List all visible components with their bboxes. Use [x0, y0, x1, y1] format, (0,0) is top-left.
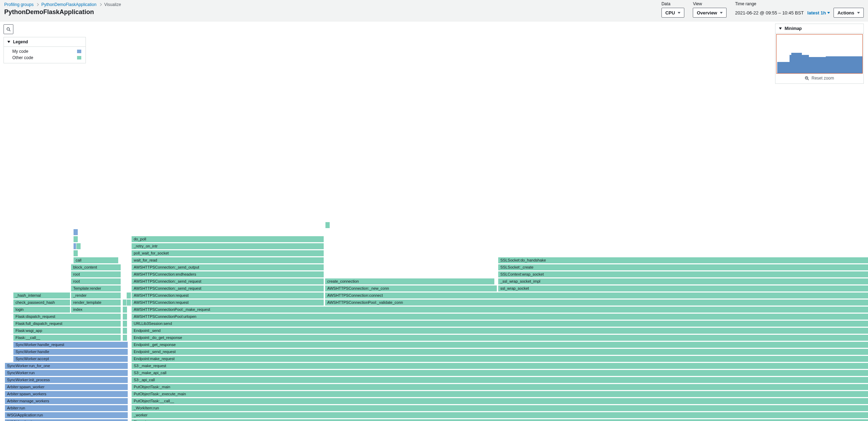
legend-toggle[interactable]: Legend [4, 37, 85, 47]
flame-frame[interactable]: AWSHTTPSConnectionPool:urlopen [131, 313, 868, 320]
flame-frame[interactable]: SSLContext:wrap_socket [498, 271, 868, 278]
flame-frame[interactable]: SyncWorker:handle_request [13, 341, 128, 348]
flame-frame[interactable]: Endpoint:_send [131, 327, 868, 334]
caret-down-icon [857, 12, 860, 14]
flame-frame[interactable]: _hash_internal [13, 292, 70, 299]
flame-frame[interactable]: URLLib3Session:send [131, 320, 868, 327]
flame-frame[interactable]: _render [71, 292, 121, 299]
flame-frame[interactable]: PutObjectTask:__call__ [131, 398, 868, 404]
flame-frame[interactable]: do_poll [131, 236, 324, 243]
actions-button[interactable]: Actions [834, 8, 864, 18]
flame-frame[interactable]: WSGIApplication:run [5, 412, 128, 419]
flame-frame[interactable]: poll_wait_for_socket [131, 250, 324, 257]
flame-frame[interactable]: Endpoint:_send_request [131, 348, 868, 355]
flame-frame[interactable]: S3:_make_request [131, 363, 868, 369]
flame-frame[interactable]: AWSHTTPSConnection:_new_conn [325, 285, 497, 292]
flame-frame[interactable]: AWSHTTPSConnection:endheaders [131, 271, 324, 278]
time-range-row: 2021-06-22 @ 09:55 – 10:45 BST latest 1h… [735, 8, 864, 18]
flame-frame[interactable]: SyncWorker:handle [13, 348, 128, 355]
flame-frame[interactable]: SyncWorker:run [5, 370, 128, 376]
flame-frame[interactable]: WSGIApplication:run [5, 419, 128, 421]
flame-frame[interactable]: Arbiter:spawn_workers [5, 391, 128, 397]
flame-frame[interactable]: login [13, 306, 70, 313]
flame-graph[interactable]: ALL<module>Thread:_bootstraprunThread:_b… [4, 220, 864, 421]
view-dropdown[interactable]: Overview [693, 8, 727, 18]
flame-frame[interactable] [76, 243, 81, 250]
flame-frame[interactable] [122, 320, 127, 327]
flame-frame[interactable]: Flask:__call__ [13, 334, 121, 341]
breadcrumb-profiling-groups[interactable]: Profiling groups [4, 2, 33, 7]
breadcrumb-app-link[interactable]: PythonDemoFlaskApplication [41, 2, 96, 7]
flame-frame[interactable]: Thread:run [131, 419, 868, 421]
flame-frame[interactable]: Endpoint:_do_get_response [131, 334, 868, 341]
flame-frame[interactable]: _ssl_wrap_socket_impl [498, 278, 868, 285]
flame-frame[interactable]: block_content [71, 264, 121, 271]
flame-frame[interactable]: Endpoint:make_request [131, 356, 868, 362]
flame-frame[interactable]: Arbiter:run [5, 405, 128, 411]
flame-frame[interactable]: render_template [71, 299, 121, 306]
flame-frame[interactable]: Arbiter:spawn_worker [5, 384, 128, 390]
reset-zoom-button[interactable]: Reset zoom [776, 74, 863, 83]
flame-frame[interactable]: SSLSocket:do_handshake [498, 257, 868, 264]
flame-frame[interactable]: AWSHTTPSConnectionPool:_validate_conn [325, 299, 868, 306]
flame-frame[interactable]: wait_for_read [131, 257, 324, 264]
flame-frame[interactable]: AWSHTTPSConnection:request [131, 299, 324, 306]
triangle-down-icon [779, 27, 782, 30]
flame-frame[interactable]: _retry_on_intr [131, 243, 324, 250]
flame-frame[interactable]: AWSHTTPSConnection:_send_output [131, 264, 324, 271]
flame-frame[interactable] [73, 250, 78, 257]
svg-line-10 [808, 79, 809, 80]
flame-frame[interactable]: AWSHTTPSConnection:_send_request [131, 285, 324, 292]
search-button[interactable] [4, 24, 13, 34]
flame-frame[interactable]: SyncWorker:accept [13, 356, 128, 362]
flame-frame[interactable]: SSLSocket:_create [498, 264, 868, 271]
flame-frame[interactable]: ssl_wrap_socket [498, 285, 868, 292]
flame-frame[interactable] [73, 229, 78, 235]
flame-frame[interactable] [126, 292, 131, 299]
caret-down-icon [678, 12, 680, 14]
flame-frame[interactable]: Arbiter:manage_workers [5, 398, 128, 404]
flame-frame[interactable]: S3:_make_api_call [131, 370, 868, 376]
flame-frame[interactable]: Flask:full_dispatch_request [13, 320, 121, 327]
flame-frame[interactable]: SyncWorker:run_for_one [5, 363, 128, 369]
svg-rect-2 [777, 66, 863, 73]
flame-frame[interactable]: AWSHTTPSConnectionPool:_make_request [131, 306, 868, 313]
chevron-right-icon [36, 3, 39, 6]
flame-frame[interactable]: PutObjectTask:_execute_main [131, 391, 868, 397]
view-control: View Overview [693, 1, 727, 18]
flame-frame[interactable]: Template:render [71, 285, 121, 292]
flame-frame[interactable]: Flask:dispatch_request [13, 313, 121, 320]
flame-frame[interactable]: Endpoint:_get_response [131, 341, 868, 348]
flame-frame[interactable] [73, 236, 78, 243]
minimap-toggle[interactable]: Minimap [775, 24, 863, 33]
flame-frame[interactable]: _WorkItem:run [131, 405, 868, 411]
flame-frame[interactable] [122, 306, 127, 313]
flame-frame[interactable]: S3:_api_call [131, 377, 868, 383]
flame-frame[interactable] [122, 327, 127, 334]
data-dropdown[interactable]: CPU [661, 8, 684, 18]
flame-frame[interactable]: index [71, 306, 121, 313]
minimap-viewport[interactable] [776, 34, 863, 74]
svg-rect-3 [777, 62, 790, 66]
flame-frame[interactable]: AWSHTTPSConnection:request [131, 292, 324, 299]
flame-frame[interactable]: SyncWorker:init_process [5, 377, 128, 383]
flame-frame[interactable]: _worker [131, 412, 868, 419]
flame-frame[interactable] [122, 334, 127, 341]
minimap-silhouette-icon [777, 45, 863, 73]
flame-frame[interactable]: root [71, 278, 121, 285]
flame-frame[interactable]: create_connection [325, 278, 495, 285]
flame-frame[interactable] [126, 299, 131, 306]
flame-frame[interactable]: call [73, 257, 119, 264]
flame-frame[interactable]: root [71, 271, 121, 278]
flame-frame[interactable]: AWSHTTPSConnection:_send_request [131, 278, 324, 285]
flame-frame[interactable] [325, 222, 330, 228]
flame-frame[interactable]: Flask:wsgi_app [13, 327, 121, 334]
flame-frame[interactable]: check_password_hash [13, 299, 70, 306]
legend-item-label: Other code [12, 55, 33, 60]
visualize-canvas: Legend My code Other code Minimap [0, 21, 868, 421]
time-range-latest-dropdown[interactable]: latest 1h [807, 10, 830, 15]
flame-frame[interactable]: PutObjectTask:_main [131, 384, 868, 390]
legend-item-other-code: Other code [12, 55, 81, 60]
flame-frame[interactable]: AWSHTTPSConnection:connect [325, 292, 868, 299]
flame-frame[interactable] [122, 313, 127, 320]
